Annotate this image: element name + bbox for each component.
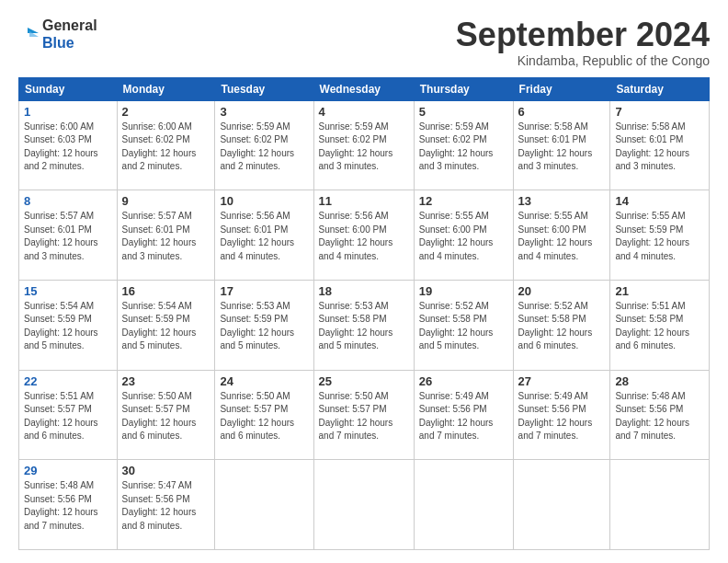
calendar-cell: 4Sunrise: 5:59 AM Sunset: 6:02 PM Daylig… — [313, 100, 414, 190]
day-info: Sunrise: 5:59 AM Sunset: 6:02 PM Dayligh… — [419, 121, 508, 174]
day-info: Sunrise: 5:52 AM Sunset: 5:58 PM Dayligh… — [518, 300, 606, 353]
day-info: Sunrise: 5:58 AM Sunset: 6:01 PM Dayligh… — [518, 121, 606, 174]
day-number: 4 — [319, 105, 409, 119]
day-number: 16 — [122, 284, 210, 298]
day-number: 20 — [518, 284, 606, 298]
day-number: 26 — [419, 374, 508, 388]
day-info: Sunrise: 5:59 AM Sunset: 6:02 PM Dayligh… — [220, 121, 308, 174]
calendar-cell: 29Sunrise: 5:48 AM Sunset: 5:56 PM Dayli… — [19, 460, 118, 550]
day-number: 7 — [615, 105, 704, 119]
logo: General Blue — [18, 17, 97, 52]
calendar-cell: 17Sunrise: 5:53 AM Sunset: 5:59 PM Dayli… — [215, 280, 313, 370]
day-info: Sunrise: 5:50 AM Sunset: 5:57 PM Dayligh… — [220, 390, 308, 443]
day-number: 18 — [319, 284, 409, 298]
calendar-cell: 10Sunrise: 5:56 AM Sunset: 6:01 PM Dayli… — [215, 190, 313, 281]
calendar-cell: 22Sunrise: 5:51 AM Sunset: 5:57 PM Dayli… — [19, 370, 118, 460]
calendar-cell: 8Sunrise: 5:57 AM Sunset: 6:01 PM Daylig… — [19, 190, 118, 281]
calendar-header-saturday: Saturday — [610, 77, 710, 100]
calendar-header-wednesday: Wednesday — [313, 77, 414, 100]
calendar-cell: 26Sunrise: 5:49 AM Sunset: 5:56 PM Dayli… — [414, 370, 513, 460]
day-number: 29 — [24, 464, 112, 477]
calendar-cell: 21Sunrise: 5:51 AM Sunset: 5:58 PM Dayli… — [610, 280, 710, 370]
day-info: Sunrise: 5:59 AM Sunset: 6:02 PM Dayligh… — [319, 121, 409, 174]
day-info: Sunrise: 5:48 AM Sunset: 5:56 PM Dayligh… — [24, 479, 112, 533]
day-info: Sunrise: 5:58 AM Sunset: 6:01 PM Dayligh… — [615, 121, 704, 174]
day-info: Sunrise: 5:47 AM Sunset: 5:56 PM Dayligh… — [122, 479, 210, 533]
calendar-week-3: 15Sunrise: 5:54 AM Sunset: 5:59 PM Dayli… — [19, 280, 710, 370]
page-header: General Blue September 2024 Kindamba, Re… — [18, 17, 710, 68]
calendar-cell: 23Sunrise: 5:50 AM Sunset: 5:57 PM Dayli… — [117, 370, 215, 460]
calendar-cell: 12Sunrise: 5:55 AM Sunset: 6:00 PM Dayli… — [414, 190, 513, 281]
calendar-header-monday: Monday — [117, 77, 215, 100]
calendar-cell: 30Sunrise: 5:47 AM Sunset: 5:56 PM Dayli… — [117, 460, 215, 550]
month-title: September 2024 — [456, 17, 710, 53]
day-number: 24 — [220, 374, 308, 388]
calendar-week-5: 29Sunrise: 5:48 AM Sunset: 5:56 PM Dayli… — [19, 460, 710, 550]
day-number: 22 — [24, 374, 112, 388]
day-info: Sunrise: 5:50 AM Sunset: 5:57 PM Dayligh… — [319, 390, 409, 443]
calendar-header-friday: Friday — [513, 77, 610, 100]
calendar-cell: 16Sunrise: 5:54 AM Sunset: 5:59 PM Dayli… — [117, 280, 215, 370]
calendar-cell: 13Sunrise: 5:55 AM Sunset: 6:00 PM Dayli… — [513, 190, 610, 281]
day-number: 8 — [24, 194, 112, 208]
calendar-week-1: 1Sunrise: 6:00 AM Sunset: 6:03 PM Daylig… — [19, 100, 710, 190]
day-number: 23 — [122, 374, 210, 388]
calendar-cell: 1Sunrise: 6:00 AM Sunset: 6:03 PM Daylig… — [19, 100, 118, 190]
calendar-header-row: SundayMondayTuesdayWednesdayThursdayFrid… — [19, 77, 710, 100]
day-info: Sunrise: 5:57 AM Sunset: 6:01 PM Dayligh… — [24, 210, 112, 263]
day-number: 17 — [220, 284, 308, 298]
day-number: 12 — [419, 194, 508, 208]
calendar-week-2: 8Sunrise: 5:57 AM Sunset: 6:01 PM Daylig… — [19, 190, 710, 281]
day-number: 28 — [615, 374, 704, 388]
day-number: 13 — [518, 194, 606, 208]
day-number: 11 — [319, 194, 409, 208]
day-number: 1 — [24, 105, 112, 119]
logo-text: General Blue — [42, 17, 97, 52]
day-number: 9 — [122, 194, 210, 208]
calendar-cell: 9Sunrise: 5:57 AM Sunset: 6:01 PM Daylig… — [117, 190, 215, 281]
day-number: 6 — [518, 105, 606, 119]
day-info: Sunrise: 5:48 AM Sunset: 5:56 PM Dayligh… — [615, 390, 704, 443]
day-info: Sunrise: 5:55 AM Sunset: 5:59 PM Dayligh… — [615, 210, 704, 263]
calendar-cell: 15Sunrise: 5:54 AM Sunset: 5:59 PM Dayli… — [19, 280, 118, 370]
day-number: 30 — [122, 464, 210, 477]
day-info: Sunrise: 5:55 AM Sunset: 6:00 PM Dayligh… — [419, 210, 508, 263]
calendar-cell — [313, 460, 414, 550]
calendar-header-sunday: Sunday — [19, 77, 118, 100]
day-info: Sunrise: 5:57 AM Sunset: 6:01 PM Dayligh… — [122, 210, 210, 263]
day-number: 5 — [419, 105, 508, 119]
calendar-cell: 7Sunrise: 5:58 AM Sunset: 6:01 PM Daylig… — [610, 100, 710, 190]
calendar-cell: 18Sunrise: 5:53 AM Sunset: 5:58 PM Dayli… — [313, 280, 414, 370]
day-info: Sunrise: 6:00 AM Sunset: 6:02 PM Dayligh… — [122, 121, 210, 174]
calendar-header-thursday: Thursday — [414, 77, 513, 100]
calendar-cell: 3Sunrise: 5:59 AM Sunset: 6:02 PM Daylig… — [215, 100, 313, 190]
day-info: Sunrise: 5:54 AM Sunset: 5:59 PM Dayligh… — [122, 300, 210, 353]
day-info: Sunrise: 5:54 AM Sunset: 5:59 PM Dayligh… — [24, 300, 112, 353]
day-info: Sunrise: 5:55 AM Sunset: 6:00 PM Dayligh… — [518, 210, 606, 263]
calendar-table: SundayMondayTuesdayWednesdayThursdayFrid… — [18, 77, 710, 550]
day-number: 27 — [518, 374, 606, 388]
day-number: 25 — [319, 374, 409, 388]
day-info: Sunrise: 6:00 AM Sunset: 6:03 PM Dayligh… — [24, 121, 112, 174]
day-info: Sunrise: 5:51 AM Sunset: 5:58 PM Dayligh… — [615, 300, 704, 353]
logo-wrapper: General Blue — [18, 17, 97, 52]
day-info: Sunrise: 5:50 AM Sunset: 5:57 PM Dayligh… — [122, 390, 210, 443]
day-info: Sunrise: 5:56 AM Sunset: 6:01 PM Dayligh… — [220, 210, 308, 263]
calendar-cell: 14Sunrise: 5:55 AM Sunset: 5:59 PM Dayli… — [610, 190, 710, 281]
calendar-cell: 25Sunrise: 5:50 AM Sunset: 5:57 PM Dayli… — [313, 370, 414, 460]
calendar-header-tuesday: Tuesday — [215, 77, 313, 100]
day-info: Sunrise: 5:56 AM Sunset: 6:00 PM Dayligh… — [319, 210, 409, 263]
day-info: Sunrise: 5:53 AM Sunset: 5:58 PM Dayligh… — [319, 300, 409, 353]
calendar-week-4: 22Sunrise: 5:51 AM Sunset: 5:57 PM Dayli… — [19, 370, 710, 460]
calendar-cell: 20Sunrise: 5:52 AM Sunset: 5:58 PM Dayli… — [513, 280, 610, 370]
svg-marker-0 — [28, 28, 39, 33]
calendar-cell: 27Sunrise: 5:49 AM Sunset: 5:56 PM Dayli… — [513, 370, 610, 460]
day-info: Sunrise: 5:52 AM Sunset: 5:58 PM Dayligh… — [419, 300, 508, 353]
day-number: 15 — [24, 284, 112, 298]
day-info: Sunrise: 5:53 AM Sunset: 5:59 PM Dayligh… — [220, 300, 308, 353]
calendar-cell — [513, 460, 610, 550]
calendar-cell: 11Sunrise: 5:56 AM Sunset: 6:00 PM Dayli… — [313, 190, 414, 281]
day-number: 19 — [419, 284, 508, 298]
calendar-cell: 6Sunrise: 5:58 AM Sunset: 6:01 PM Daylig… — [513, 100, 610, 190]
calendar-cell — [610, 460, 710, 550]
